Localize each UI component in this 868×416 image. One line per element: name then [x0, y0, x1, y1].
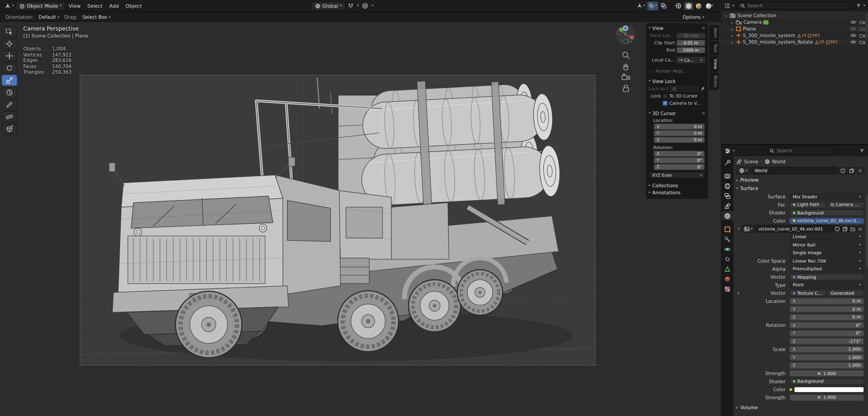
location-y-field[interactable]: Y0 m	[789, 306, 864, 313]
world-icon[interactable]	[764, 158, 770, 164]
view-lock-panel-header[interactable]: ▾ View Lock	[647, 78, 707, 85]
options-dropdown[interactable]: Options▾	[680, 14, 706, 20]
tab-world-properties[interactable]	[721, 211, 733, 220]
snap-settings-dropdown[interactable]: ▾	[356, 1, 360, 10]
show-gizmo-icon[interactable]: ▾	[636, 1, 646, 10]
interpolation-menu[interactable]: Linear▾	[789, 233, 864, 240]
eye-icon[interactable]	[850, 27, 857, 31]
shader-input-button[interactable]: Background	[789, 209, 864, 216]
tab-render-properties[interactable]	[721, 171, 733, 181]
proportional-editing-icon[interactable]	[361, 1, 369, 10]
cursor-location-y-field[interactable]: Y0 m	[654, 130, 705, 136]
background-color-swatch[interactable]	[794, 386, 864, 392]
menu-select[interactable]: Select	[84, 2, 106, 10]
mapping-type-menu[interactable]: Point▾	[789, 281, 864, 288]
editor-type-button[interactable]: ▾	[3, 1, 16, 10]
render-region-checkbox[interactable]	[649, 68, 654, 73]
rotation-mode-dropdown[interactable]: XYZ Euler▾	[649, 172, 705, 178]
tab-view[interactable]: View	[709, 56, 719, 72]
properties-scrollbar[interactable]	[866, 195, 868, 267]
clip-start-field[interactable]: 0.01 m	[677, 39, 705, 46]
orientation-setting-dropdown[interactable]: Default▾	[36, 14, 62, 20]
breadcrumb-scene[interactable]: Scene	[744, 158, 758, 164]
unlink-image-button[interactable]: ×	[857, 225, 864, 232]
cursor-rotation-z-field[interactable]: Z0°	[654, 164, 705, 170]
tool-cursor[interactable]	[2, 38, 17, 49]
image-name-field[interactable]: victoria_curve_02_4k.exr.001	[755, 225, 833, 233]
shader2-input-button[interactable]: Background	[789, 378, 864, 385]
tool-select-box[interactable]	[2, 26, 17, 37]
tab-blism[interactable]: Blism	[709, 72, 719, 90]
render-visibility-icon[interactable]	[859, 20, 865, 24]
camera-to-view-checkbox[interactable]: ✓	[663, 100, 668, 106]
surface-shader-menu[interactable]: Mix Shader▾	[789, 193, 864, 200]
expand-icon[interactable]: ▸	[730, 27, 734, 31]
fac-subinput-button[interactable]: Is Camera Ray	[827, 201, 864, 208]
render-visibility-icon[interactable]	[859, 40, 865, 44]
outliner-row-s300[interactable]: ▸ S_300_missile_system 19 983	[721, 32, 868, 39]
mode-dropdown[interactable]: Object Mode ▾	[16, 1, 65, 10]
snap-magnet-icon[interactable]	[347, 1, 355, 10]
cursor-location-z-field[interactable]: Z0 m	[654, 137, 705, 143]
scale-z-field[interactable]: Z1.000	[789, 362, 864, 368]
outliner-search[interactable]	[736, 2, 854, 9]
annotations-panel-header[interactable]: ▸ Annotations	[647, 189, 707, 196]
focal-length-field[interactable]: 50 mm	[677, 32, 705, 38]
pan-hand-icon[interactable]	[621, 62, 630, 71]
outliner-scrollbar[interactable]	[866, 13, 867, 39]
volume-panel-header[interactable]: ▸ Volume	[736, 404, 864, 412]
cursor-rotation-y-field[interactable]: Y0°	[654, 157, 705, 163]
axis-navigation-gizmo[interactable]	[615, 24, 636, 46]
xray-toggle-icon[interactable]	[659, 1, 668, 10]
color-space-menu[interactable]: Linear Rec.709▾	[789, 258, 864, 264]
zoom-icon[interactable]	[621, 51, 630, 60]
menu-object[interactable]: Object	[122, 2, 145, 10]
tab-physics-properties[interactable]	[721, 244, 733, 254]
strength2-field[interactable]: 1.000	[789, 394, 864, 400]
outliner-row-plane[interactable]: ▸ Plane	[721, 26, 868, 32]
alpha-menu[interactable]: Premultiplied▾	[789, 266, 864, 272]
expand-icon[interactable]: ▸	[730, 33, 734, 37]
shading-solid-icon[interactable]	[684, 2, 693, 10]
unlink-button[interactable]: ×	[857, 167, 864, 174]
render-visibility-icon[interactable]	[859, 33, 865, 38]
clear-icon[interactable]: ×	[700, 57, 703, 62]
cursor-panel-header[interactable]: ▾ 3D Cursor ≡	[647, 110, 707, 117]
tab-constraint-properties[interactable]	[721, 254, 733, 264]
local-camera-field[interactable]: Ca... ×	[677, 57, 705, 63]
lock-view-icon[interactable]	[621, 84, 630, 93]
tab-tool[interactable]: Tool	[709, 41, 719, 55]
tab-material-properties[interactable]	[721, 274, 733, 284]
tab-texture-properties[interactable]	[721, 284, 733, 294]
new-image-button[interactable]	[841, 225, 848, 232]
show-overlays-icon[interactable]: ▾	[647, 1, 658, 10]
outliner-row-scene-collection[interactable]: ▾ Scene Collection	[721, 12, 868, 19]
eyedropper-icon[interactable]	[700, 86, 705, 91]
tab-object-properties[interactable]	[721, 225, 733, 234]
fake-user-button[interactable]	[833, 225, 841, 232]
scale-y-field[interactable]: Y1.000	[789, 354, 864, 361]
transform-orientation-dropdown[interactable]: Global ▾	[311, 1, 345, 10]
panel-menu-icon[interactable]: ≡	[702, 26, 705, 31]
properties-editor-icon[interactable]	[725, 148, 731, 154]
tab-scene-properties[interactable]	[721, 201, 733, 211]
fake-user-button[interactable]	[839, 167, 846, 174]
lock-to-object-field[interactable]	[670, 86, 699, 92]
cursor-location-x-field[interactable]: X0 m	[654, 123, 705, 129]
outliner-row-s300-rotate[interactable]: ▸ S_300_missile_system_Rotate 20 983	[721, 39, 868, 45]
menu-add[interactable]: Add	[106, 2, 122, 10]
surface-panel-header[interactable]: ▾ Surface	[736, 184, 864, 192]
location-x-field[interactable]: X0 m	[789, 298, 864, 304]
vector2-subinput-button[interactable]: Generated	[827, 290, 864, 296]
projection-menu[interactable]: Mirror Ball▾	[789, 242, 864, 248]
panel-menu-icon[interactable]: ≡	[702, 111, 705, 116]
camera-view-icon[interactable]	[621, 72, 630, 82]
tool-annotate[interactable]	[2, 99, 17, 110]
strength-field[interactable]: 1.000	[789, 370, 864, 377]
tool-move[interactable]	[2, 51, 17, 62]
tab-tool-properties[interactable]	[721, 158, 733, 168]
tab-output-properties[interactable]	[721, 181, 733, 191]
vector-input-button[interactable]: Mapping	[789, 274, 864, 280]
tool-scale[interactable]	[2, 75, 17, 86]
image-browse-button[interactable]: ▾	[741, 225, 755, 233]
